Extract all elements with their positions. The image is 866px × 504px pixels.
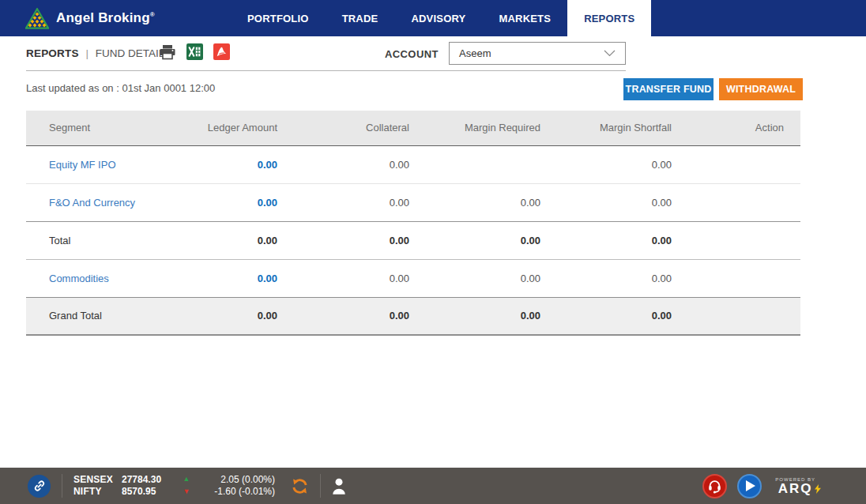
margin-shortfall-value: 0.00 <box>540 259 672 297</box>
excel-export-icon[interactable] <box>186 43 203 60</box>
collateral-value: 0.00 <box>277 183 409 221</box>
arq-name: ARQ <box>775 482 815 495</box>
ticker-change: -1.60 (-0.01%) <box>202 487 275 497</box>
ledger-amount-value: 0.00 <box>258 310 277 322</box>
footer-separator <box>62 474 62 498</box>
nav-item-trade[interactable]: TRADE <box>326 0 395 36</box>
header-ledger-amount: Ledger Amount <box>152 111 277 145</box>
header-margin-shortfall: Margin Shortfall <box>540 111 672 145</box>
account-dropdown[interactable]: Aseem <box>449 42 626 65</box>
collateral-value: 0.00 <box>277 259 409 297</box>
ticker-index-value: 27784.30 <box>122 475 171 485</box>
breadcrumb-separator: | <box>85 47 88 59</box>
fund-details-table: Segment Ledger Amount Collateral Margin … <box>26 111 800 336</box>
breadcrumb: REPORTS | FUND DETAILS <box>26 47 171 59</box>
ticker-index-name: NIFTY <box>73 487 111 497</box>
table-row-grand-total: Grand Total 0.00 0.00 0.00 0.00 <box>26 297 800 335</box>
market-ticker: SENSEX 27784.30 2.05 (0.00%) NIFTY 8570.… <box>73 475 275 497</box>
segment-label-grand-total: Grand Total <box>49 310 102 322</box>
margin-required-value: 0.00 <box>521 235 540 246</box>
table-row-fo-and-currency: F&O And Currency 0.00 0.00 0.00 0.00 <box>26 183 800 221</box>
collateral-value: 0.00 <box>277 145 409 183</box>
withdrawal-button[interactable]: WITHDRAWAL <box>719 78 803 100</box>
person-icon <box>332 477 346 495</box>
header-collateral: Collateral <box>277 111 409 145</box>
print-icon[interactable] <box>159 43 176 60</box>
ticker-change: 2.05 (0.00%) <box>202 475 275 485</box>
margin-shortfall-value: 0.00 <box>540 183 672 221</box>
ledger-amount-value: 0.00 <box>258 235 277 246</box>
collateral-value: 0.00 <box>390 235 409 246</box>
margin-shortfall-value: 0.00 <box>540 145 672 183</box>
top-nav-bar: Angel Broking® PORTFOLIO TRADE ADVISORY … <box>0 0 866 36</box>
link-button[interactable] <box>28 475 51 498</box>
arq-logo: POWERED BY ARQ <box>775 477 815 495</box>
play-icon <box>746 480 755 491</box>
margin-required-value: 0.00 <box>409 183 540 221</box>
ticker-index-value: 8570.95 <box>122 487 171 497</box>
ledger-amount-value[interactable]: 0.00 <box>258 197 277 209</box>
up-triangle-icon <box>181 476 192 483</box>
export-toolbar <box>159 43 230 60</box>
action-cell <box>672 221 800 259</box>
refresh-button[interactable] <box>291 477 309 495</box>
play-button[interactable] <box>737 474 762 498</box>
segment-link-fo-and-currency[interactable]: F&O And Currency <box>49 197 135 209</box>
margin-required-value: 0.00 <box>521 310 540 322</box>
action-cell <box>672 259 800 297</box>
footer-bar: SENSEX 27784.30 2.05 (0.00%) NIFTY 8570.… <box>0 468 866 504</box>
registered-mark: ® <box>150 11 155 18</box>
main-nav-menu: PORTFOLIO TRADE ADVISORY MARKETS REPORTS <box>231 0 651 36</box>
collateral-value: 0.00 <box>390 310 409 322</box>
segment-label-total: Total <box>49 235 70 246</box>
toolbar-divider <box>26 70 626 71</box>
segment-link-equity-mf-ipo[interactable]: Equity MF IPO <box>49 159 116 171</box>
margin-shortfall-value: 0.00 <box>652 310 672 322</box>
header-margin-required: Margin Required <box>409 111 540 145</box>
table-row-total: Total 0.00 0.00 0.00 0.00 <box>26 221 800 259</box>
margin-required-value: 0.00 <box>409 259 540 297</box>
segment-link-commodities[interactable]: Commodities <box>49 273 109 284</box>
last-updated-text: Last updated as on : 01st Jan 0001 12:00 <box>26 82 215 94</box>
angel-broking-logo-icon <box>25 8 49 29</box>
down-triangle-icon <box>181 488 192 496</box>
ticker-index-name: SENSEX <box>73 475 111 485</box>
nav-item-reports[interactable]: REPORTS <box>567 0 651 36</box>
link-icon <box>33 480 46 492</box>
account-label: ACCOUNT <box>385 48 439 60</box>
ledger-amount-value[interactable]: 0.00 <box>258 273 277 284</box>
lightning-bolt-icon <box>815 483 821 497</box>
chevron-down-icon <box>604 50 616 57</box>
headset-icon <box>707 479 722 494</box>
ledger-amount-value[interactable]: 0.00 <box>258 159 277 171</box>
margin-required-value <box>409 145 540 183</box>
nav-item-portfolio[interactable]: PORTFOLIO <box>231 0 326 36</box>
toolbar: REPORTS | FUND DETAILS <box>0 36 866 70</box>
pdf-export-icon[interactable] <box>213 43 230 60</box>
header-segment: Segment <box>26 111 152 145</box>
table-row-equity-mf-ipo: Equity MF IPO 0.00 0.00 0.00 <box>26 145 800 183</box>
action-cell <box>672 297 800 335</box>
table-row-commodities: Commodities 0.00 0.00 0.00 0.00 <box>26 259 800 297</box>
breadcrumb-reports: REPORTS <box>26 47 79 59</box>
nav-item-advisory[interactable]: ADVISORY <box>394 0 482 36</box>
action-cell <box>672 145 800 183</box>
refresh-icon <box>291 477 309 495</box>
account-dropdown-value: Aseem <box>459 47 491 59</box>
nav-item-markets[interactable]: MARKETS <box>482 0 567 36</box>
header-action: Action <box>672 111 800 145</box>
support-button[interactable] <box>702 474 727 498</box>
brand-logo[interactable]: Angel Broking® <box>25 0 155 36</box>
brand-name: Angel Broking® <box>56 10 155 26</box>
footer-separator <box>320 474 321 498</box>
action-cell <box>672 183 800 221</box>
transfer-fund-button[interactable]: TRANSFER FUND <box>623 78 714 100</box>
profile-button[interactable] <box>332 477 346 495</box>
table-header-row: Segment Ledger Amount Collateral Margin … <box>26 111 800 145</box>
margin-shortfall-value: 0.00 <box>652 235 672 246</box>
